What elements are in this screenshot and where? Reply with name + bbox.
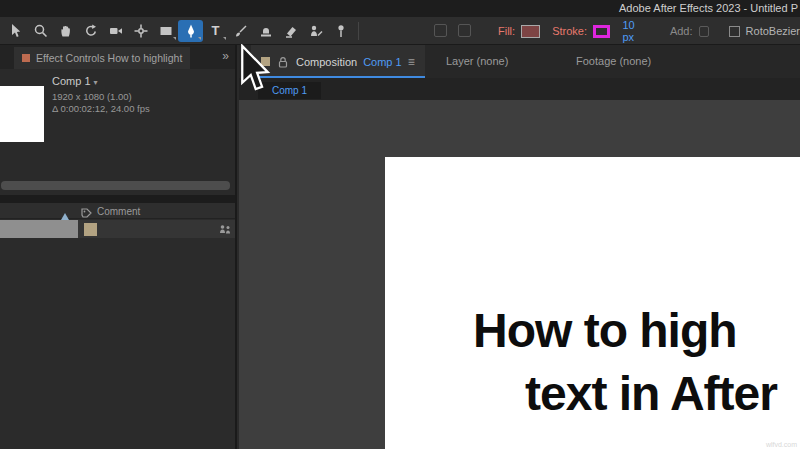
pen-tool-dropdown-icon [198, 37, 201, 40]
panel-divider[interactable] [0, 195, 235, 203]
canvas-text-line-2: text in After [525, 366, 777, 421]
lock-icon[interactable] [276, 55, 290, 69]
comp-resolution: 1920 x 1080 (1.00) [52, 91, 132, 102]
left-panel: Effect Controls How to highlight » Comp … [0, 45, 237, 449]
rotate-tool[interactable] [78, 20, 103, 42]
rotobezier-checkbox[interactable] [729, 26, 740, 37]
viewer-tab-strip: Comp 1 [239, 78, 800, 100]
add-icon[interactable] [699, 26, 710, 37]
tool-options: Fill: Stroke: 10 px Add: RotoBezier [498, 17, 800, 45]
text-tool[interactable]: T [203, 20, 228, 42]
clone-stamp-tool[interactable] [253, 20, 278, 42]
composition-tab[interactable]: Composition Comp 1 ≡ [251, 45, 425, 78]
stroke-label[interactable]: Stroke: [552, 25, 587, 37]
panel-menu-chevrons[interactable]: » [222, 49, 229, 63]
eraser-tool[interactable] [278, 20, 303, 42]
layer-tab[interactable]: Layer (none) [446, 55, 508, 67]
puppet-pin-tool[interactable] [328, 20, 353, 42]
fill-color-swatch[interactable] [521, 25, 540, 38]
composition-panel: Composition Comp 1 ≡ Layer (none) Footag… [239, 45, 800, 449]
selection-tool[interactable] [3, 20, 28, 42]
viewer-tab-bar: Composition Comp 1 ≡ Layer (none) Footag… [239, 45, 800, 78]
timeline-row[interactable] [0, 220, 235, 238]
zoom-tool[interactable] [28, 20, 53, 42]
viewer-area[interactable]: How to high text in After wlfvd.com [239, 100, 800, 449]
effect-controls-tab[interactable]: Effect Controls How to highlight [14, 47, 190, 69]
timeline-column-headers: Comment [0, 203, 235, 219]
shape-tool-dropdown-icon [173, 37, 176, 40]
comment-column-header[interactable]: Comment [97, 206, 140, 217]
window-title: Adobe After Effects 2023 - Untitled P [619, 2, 798, 14]
disabled-icon [434, 24, 447, 37]
rotobezier-label: RotoBezier [746, 25, 800, 37]
comp-name-row[interactable]: Comp 1 ▾ [52, 75, 98, 87]
parent-link-icon[interactable] [218, 222, 232, 240]
add-label: Add: [670, 25, 693, 37]
label-color-swatch[interactable] [84, 223, 97, 236]
toolbar-separator [358, 22, 359, 40]
toolbar: T Fill: Stroke: 10 px Add: [0, 17, 800, 45]
horizontal-scrollbar[interactable] [1, 181, 230, 190]
stroke-color-swatch[interactable] [593, 25, 610, 38]
composition-tab-label: Composition [296, 56, 357, 68]
shape-tool[interactable] [153, 20, 178, 42]
hand-tool[interactable] [53, 20, 78, 42]
title-bar: Adobe After Effects 2023 - Untitled P [0, 0, 800, 17]
chevron-down-icon: ▾ [94, 78, 98, 87]
stroke-width-value[interactable]: 10 px [622, 19, 648, 43]
mouse-cursor-icon [238, 44, 272, 100]
composition-tab-comp-name: Comp 1 [363, 56, 402, 68]
fill-label[interactable]: Fill: [498, 25, 515, 37]
camera-tool[interactable] [103, 20, 128, 42]
effect-controls-tab-label: Effect Controls How to highlight [36, 52, 182, 64]
composition-canvas[interactable]: How to high text in After [385, 157, 800, 449]
text-tool-icon: T [212, 24, 220, 37]
disabled-icon [458, 24, 471, 37]
effect-controls-header: Effect Controls How to highlight » [0, 45, 235, 69]
comp-duration: Δ 0:00:02:12, 24.00 fps [52, 103, 150, 114]
comp-thumbnail [0, 86, 44, 142]
text-tool-dropdown-icon [223, 37, 226, 40]
brush-tool[interactable] [228, 20, 253, 42]
pan-behind-tool[interactable] [128, 20, 153, 42]
comp-name: Comp 1 [52, 75, 91, 87]
watermark: wlfvd.com [766, 441, 797, 448]
roto-brush-tool[interactable] [303, 20, 328, 42]
panel-icon [22, 54, 30, 62]
canvas-text-line-1: How to high [473, 303, 737, 358]
pen-tool[interactable] [178, 20, 203, 42]
app-window: Adobe After Effects 2023 - Untitled P [0, 0, 800, 449]
timeline-panel: Comment [0, 203, 235, 449]
hamburger-menu-icon[interactable]: ≡ [408, 55, 415, 69]
footage-tab[interactable]: Footage (none) [576, 55, 651, 67]
toolbar-dimmed-icons [434, 24, 471, 37]
layer-cell[interactable] [0, 220, 78, 238]
